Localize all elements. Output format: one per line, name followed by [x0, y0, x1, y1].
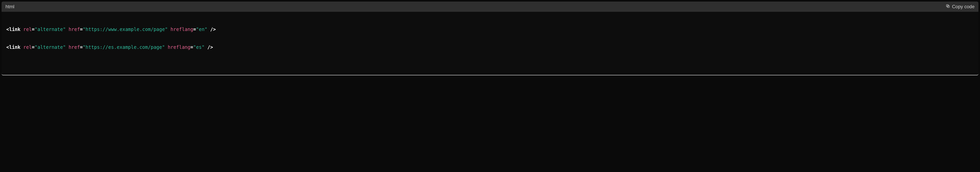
code-line: <link rel="alternate" href="https://www.… [6, 25, 974, 34]
tag-name: link [9, 45, 21, 50]
attr-value: "en" [196, 27, 207, 32]
code-body: <link rel="alternate" href="https://www.… [2, 12, 978, 75]
attr-name: href [68, 27, 80, 32]
self-close: /> [207, 45, 213, 50]
attr-value: "alternate" [35, 45, 66, 50]
attr-name: rel [23, 27, 32, 32]
attr-name: hreflang [168, 45, 191, 50]
code-block: html Copy code <link rel="alternate" hre… [2, 2, 978, 75]
code-line: <link rel="alternate" href="https://es.e… [6, 43, 974, 52]
attr-value: "es" [193, 45, 205, 50]
copy-code-label: Copy code [952, 4, 975, 10]
angle-open: < [6, 27, 9, 32]
attr-name: href [68, 45, 80, 50]
attr-name: hreflang [170, 27, 193, 32]
tag-name: link [9, 27, 21, 32]
attr-value: "alternate" [35, 27, 66, 32]
attr-value: "https://es.example.com/page" [83, 45, 165, 50]
attr-name: rel [23, 45, 32, 50]
self-close: /> [210, 27, 216, 32]
code-header: html Copy code [2, 2, 978, 12]
copy-icon [946, 4, 950, 10]
copy-code-button[interactable]: Copy code [946, 4, 975, 10]
language-label: html [5, 4, 14, 10]
attr-value: "https://www.example.com/page" [83, 27, 167, 32]
angle-open: < [6, 45, 9, 50]
